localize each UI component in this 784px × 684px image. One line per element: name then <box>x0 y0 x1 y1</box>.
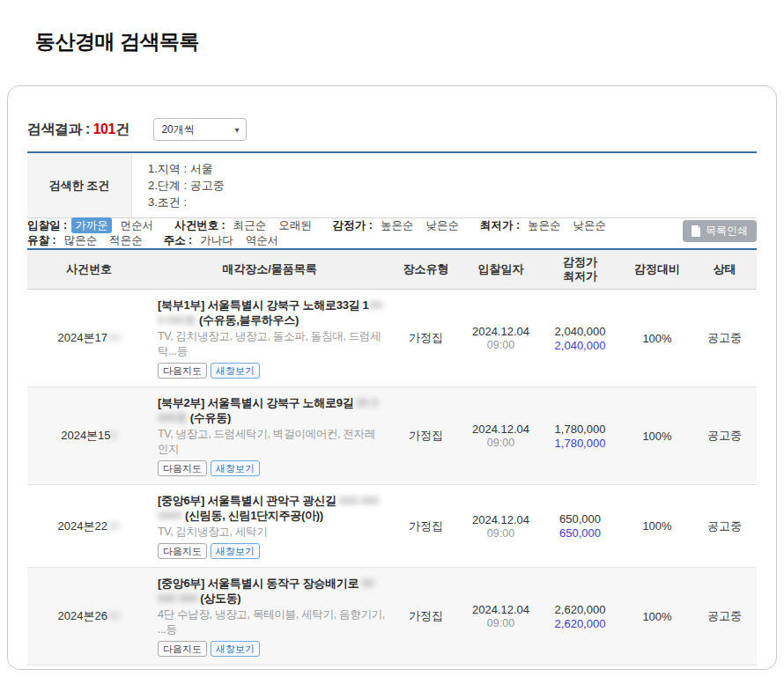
sale-place-link[interactable]: [중앙6부] 서울특별시 관악구 광신길 000 000 0000 (신림동, … <box>158 493 385 523</box>
column-header-label: 입찰일자 <box>463 262 538 276</box>
case-number-cell: 2024본2600 <box>27 608 151 624</box>
results-prefix: 검색결과 : <box>27 121 93 136</box>
sort-option[interactable]: 가까운 <box>71 217 112 233</box>
place-type-cell: 가정집 <box>388 519 463 534</box>
bid-date-cell: 2024.12.04 09:00 <box>463 423 538 449</box>
new-window-button[interactable]: 새창보기 <box>211 641 260 657</box>
column-header: 사건번호 <box>27 262 151 276</box>
bid-time: 09:00 <box>463 437 538 449</box>
daum-map-button[interactable]: 다음지도 <box>158 641 207 657</box>
print-list-button[interactable]: 목록인쇄 <box>683 220 757 242</box>
sort-option[interactable]: 높은순 <box>377 217 418 233</box>
sort-group-label: 감정가 : <box>333 219 373 232</box>
bid-date: 2024.12.04 <box>463 603 538 616</box>
new-window-button[interactable]: 새창보기 <box>211 363 260 379</box>
results-row: 검색결과 : 101건 20개씩 ▾ <box>27 116 757 143</box>
sort-option[interactable]: 먼순서 <box>117 217 158 233</box>
row-buttons: 다음지도 새창보기 <box>158 641 385 657</box>
sale-place-link[interactable]: [중앙6부] 서울특별시 동작구 장승배기로 00 000 000 (상도동) <box>158 576 385 606</box>
item-list: TV, 냉장고, 드럼세탁기, 벽걸이에어컨, 전자레인지 <box>158 427 385 457</box>
status-cell: 공고중 <box>692 428 757 444</box>
row-buttons: 다음지도 새창보기 <box>158 460 385 476</box>
daum-map-button[interactable]: 다음지도 <box>158 460 207 476</box>
document-icon <box>692 225 701 237</box>
appraisal-price: 2,040,000 <box>538 325 622 338</box>
bid-time: 09:00 <box>463 527 538 540</box>
case-number-redacted: 6 <box>111 429 117 442</box>
sort-option[interactable]: 역순서 <box>242 232 283 248</box>
case-number-redacted: 00 <box>107 519 120 533</box>
bid-date: 2024.12.04 <box>463 423 538 436</box>
status-cell: 공고중 <box>692 519 757 534</box>
page-size-select[interactable]: 20개씩 ▾ <box>153 118 247 141</box>
case-number-redacted: 00 <box>107 331 120 344</box>
row-buttons: 다음지도 새창보기 <box>158 543 385 559</box>
sort-group: 최저가 :높은순낮은순 <box>480 219 615 232</box>
column-header: 장소유형 <box>388 262 463 276</box>
sale-place-link[interactable]: [북부2부] 서울특별시 강북구 노해로9길 00 0 000호 (수유동) <box>158 395 385 425</box>
table-header: 사건번호매각장소/물품목록장소유형입찰일자감정가최저가감정대비상태 <box>27 250 757 290</box>
minimum-price: 1,780,000 <box>538 437 622 450</box>
sort-option[interactable]: 낮은순 <box>422 217 462 233</box>
table-row: 2024본2600 [중앙6부] 서울특별시 동작구 장승배기로 00 000 … <box>27 568 757 666</box>
ratio-cell: 100% <box>622 610 692 623</box>
new-window-button[interactable]: 새창보기 <box>211 460 260 476</box>
sort-bar: 입찰일 :가까운먼순서사건번호 :최근순오래된감정가 :높은순낮은순최저가 :높… <box>27 220 757 246</box>
condition-region: 1.지역 : 서울 <box>148 160 757 177</box>
status-cell: 공고중 <box>692 608 757 624</box>
bid-time: 09:00 <box>463 339 538 351</box>
column-header: 입찰일자 <box>463 262 538 276</box>
description-cell: [중앙6부] 서울특별시 관악구 광신길 000 000 0000 (신림동, … <box>151 485 388 567</box>
sort-option[interactable]: 낮은순 <box>570 217 610 233</box>
sale-place-text: [중앙6부] 서울특별시 동작구 장승배기로 <box>158 577 361 590</box>
sort-option[interactable]: 많은순 <box>61 232 101 248</box>
case-number-cell: 2024본2200 <box>27 519 151 534</box>
page-title: 동산경매 검색목록 <box>35 28 784 55</box>
price-cell: 650,000 650,000 <box>538 512 622 540</box>
chevron-down-icon: ▾ <box>234 125 239 135</box>
sort-group: 감정가 :높은순낮은순 <box>333 219 468 232</box>
sale-place-link[interactable]: [북부1부] 서울특별시 강북구 노해로33길 100-0 000호 (수유동,… <box>158 298 385 327</box>
bid-date: 2024.12.04 <box>463 513 538 526</box>
column-header-label2: 최저가 <box>538 269 622 283</box>
sale-place-suffix: (상도동) <box>197 592 240 605</box>
table-row: 2024본2200 [중앙6부] 서울특별시 관악구 광신길 000 000 0… <box>27 485 757 568</box>
search-conditions-lines: 1.지역 : 서울 2.단계 : 공고중 3.조건 : <box>132 153 757 217</box>
sort-option[interactable]: 가나다 <box>196 232 237 248</box>
bid-date: 2024.12.04 <box>463 325 538 338</box>
print-list-label: 목록인쇄 <box>706 224 748 239</box>
daum-map-button[interactable]: 다음지도 <box>158 543 207 559</box>
ratio-cell: 100% <box>622 519 692 533</box>
table-row: 2024본1700 [북부1부] 서울특별시 강북구 노해로33길 100-0 … <box>27 290 757 387</box>
ratio-cell: 100% <box>622 332 692 345</box>
results-count: 101 <box>93 121 115 136</box>
new-window-button[interactable]: 새창보기 <box>211 543 260 559</box>
sale-place-text: [북부1부] 서울특별시 강북구 노해로33길 1 <box>158 298 369 312</box>
bid-date-cell: 2024.12.04 09:00 <box>463 603 538 629</box>
status-cell: 공고중 <box>692 330 757 346</box>
case-number-cell: 2024본156 <box>27 428 151 444</box>
case-number-redacted: 00 <box>107 609 120 622</box>
sort-option[interactable]: 최근순 <box>230 217 270 233</box>
column-header-label: 상태 <box>692 262 757 276</box>
price-cell: 2,040,000 2,040,000 <box>538 325 622 352</box>
sale-place-suffix: (신림동, 신림1단지주공(아)) <box>182 509 323 522</box>
sort-option[interactable]: 높은순 <box>524 217 565 233</box>
row-buttons: 다음지도 새창보기 <box>158 363 385 379</box>
case-number: 2024본26 <box>58 609 107 622</box>
sort-group-label: 입찰일 : <box>27 219 67 232</box>
search-conditions: 검색한 조건 1.지역 : 서울 2.단계 : 공고중 3.조건 : <box>27 153 757 218</box>
condition-stage: 2.단계 : 공고중 <box>148 177 757 194</box>
condition-extra: 3.조건 : <box>148 194 757 210</box>
appraisal-price: 2,620,000 <box>538 603 622 616</box>
column-header-label: 사건번호 <box>27 262 151 276</box>
column-header: 상태 <box>692 262 757 276</box>
sort-option[interactable]: 오래된 <box>275 217 315 233</box>
description-cell: [북부2부] 서울특별시 강북구 노해로9길 00 0 000호 (수유동) T… <box>151 387 388 484</box>
sort-option[interactable]: 적은순 <box>106 232 146 248</box>
item-list: TV, 김치냉장고, 냉장고, 돌소파, 돌침대, 드럼세탁...등 <box>158 329 385 359</box>
daum-map-button[interactable]: 다음지도 <box>158 363 207 379</box>
results-count-text: 검색결과 : 101건 <box>27 121 129 139</box>
bid-time: 09:00 <box>463 617 538 629</box>
sale-place-text: [중앙6부] 서울특별시 관악구 광신길 <box>158 494 339 507</box>
